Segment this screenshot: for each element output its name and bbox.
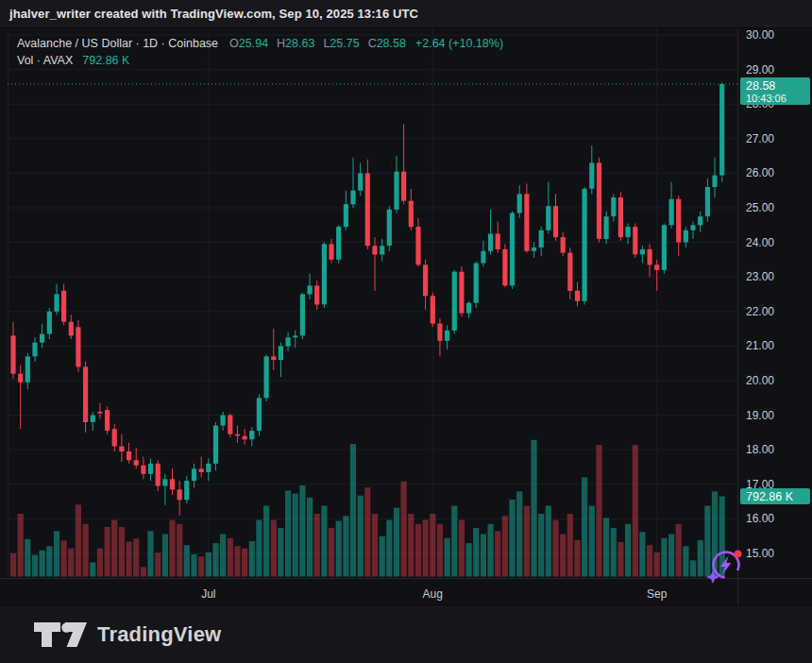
volume-bar <box>212 543 218 576</box>
volume-bar <box>516 491 522 576</box>
volume-bar <box>177 524 182 577</box>
candle-body <box>156 464 161 486</box>
volume-bar <box>683 546 688 576</box>
candle-body <box>459 272 464 314</box>
volume-bar <box>459 520 465 577</box>
candle-body <box>409 201 414 227</box>
candle-body <box>415 227 420 264</box>
candle-body <box>561 237 566 253</box>
candle-body <box>322 244 327 304</box>
volume-bar <box>278 528 283 577</box>
price-axis[interactable]: 30.0029.0028.0027.0026.0025.0024.0023.00… <box>746 28 774 560</box>
volume-bar <box>698 540 703 577</box>
volume-bar <box>386 520 392 577</box>
volume-bar <box>350 444 356 576</box>
volume-bar <box>538 514 544 577</box>
candle-body <box>243 436 247 440</box>
month-tick-label: Aug <box>423 587 443 601</box>
volume-bar <box>445 538 450 577</box>
tradingview-chart-page: jhalver_writer created with TradingView.… <box>0 0 812 663</box>
volume-bar <box>582 477 587 576</box>
candlestick-plot[interactable]: 30.0029.0028.0027.0026.0025.0024.0023.00… <box>0 28 812 604</box>
candle-body <box>69 322 74 336</box>
candle-body <box>684 230 688 243</box>
volume-bar <box>596 445 601 576</box>
volume-bar <box>372 514 378 577</box>
volume-bar <box>495 531 500 576</box>
candle-body <box>40 334 44 343</box>
volume-bar <box>141 567 146 576</box>
volume-bar <box>25 539 30 577</box>
volume-bar <box>32 555 38 577</box>
ohlc-high: H28.63 <box>277 35 314 52</box>
candle-body <box>76 327 80 366</box>
volume-bar <box>466 543 472 576</box>
volume-bar <box>423 520 429 577</box>
price-tick-label: 18.00 <box>746 443 774 456</box>
notification-dot <box>735 551 742 558</box>
ohlc-close: C28.58 <box>368 35 406 52</box>
candle-body <box>583 189 587 301</box>
volume-bar <box>451 506 457 577</box>
volume-bar <box>293 494 298 577</box>
candle-body <box>604 216 609 239</box>
candle-body <box>192 468 196 481</box>
volume-bar <box>299 485 305 577</box>
candle-body <box>249 431 254 439</box>
volume-bar <box>415 524 421 577</box>
legend-volume-row: Vol · AVAX 792.86 K <box>17 52 503 69</box>
volume-bar <box>155 552 161 576</box>
volume-bar <box>502 516 508 576</box>
candle-body <box>633 227 637 254</box>
price-change: +2.64 (+10.18%) <box>415 35 503 52</box>
tradingview-wordmark: TradingView <box>97 622 221 647</box>
volume-bar <box>524 506 530 577</box>
candle-body <box>184 481 189 500</box>
candle-body <box>134 460 139 466</box>
candle-body <box>228 416 232 434</box>
candle-body <box>199 468 204 472</box>
candle-body <box>676 199 681 243</box>
volume-bar <box>206 552 211 577</box>
volume-bar <box>10 553 16 577</box>
symbol-title[interactable]: Avalanche / US Dollar · 1D · Coinbase <box>17 35 218 52</box>
candle-body <box>517 194 522 212</box>
candle-body <box>690 225 695 230</box>
candle-body <box>336 227 341 260</box>
volume-bar <box>83 524 89 577</box>
candle-body <box>524 194 529 250</box>
candle-body <box>553 206 558 237</box>
ohlc-open: O25.94 <box>229 35 268 52</box>
candle-body <box>170 479 175 489</box>
volume-bar <box>40 551 45 577</box>
candle-body <box>510 213 515 286</box>
volume-bar <box>119 527 125 577</box>
volume-bar <box>661 538 667 577</box>
time-axis[interactable]: JulAugSep <box>201 587 668 601</box>
attribution-bar: jhalver_writer created with TradingView.… <box>0 0 812 28</box>
volume-bar <box>704 506 710 577</box>
candle-body <box>372 246 377 254</box>
volume-bar <box>552 520 558 577</box>
volume-bar <box>220 535 226 577</box>
volume-bar <box>690 560 696 576</box>
candle-body <box>662 225 667 270</box>
volume-bar <box>61 540 67 576</box>
price-tick-label: 22.00 <box>746 305 774 318</box>
candle-body <box>286 337 291 346</box>
candle-body <box>127 451 131 460</box>
volume-bar <box>408 514 414 577</box>
volume-bar <box>234 546 240 576</box>
volume-bar <box>147 531 153 576</box>
candle-body <box>329 244 333 260</box>
candle-body <box>83 366 88 422</box>
volume-bar <box>191 554 196 577</box>
volume-bar <box>625 524 631 577</box>
volume-series <box>10 440 725 577</box>
last-price-badge: 28.58 10:43:06 <box>740 77 810 105</box>
month-tick-label: Sep <box>647 587 668 601</box>
candle-body <box>18 374 23 382</box>
candle-body <box>618 197 623 237</box>
tradingview-logo[interactable]: TradingView <box>33 621 221 648</box>
price-tick-label: 21.00 <box>746 339 774 352</box>
